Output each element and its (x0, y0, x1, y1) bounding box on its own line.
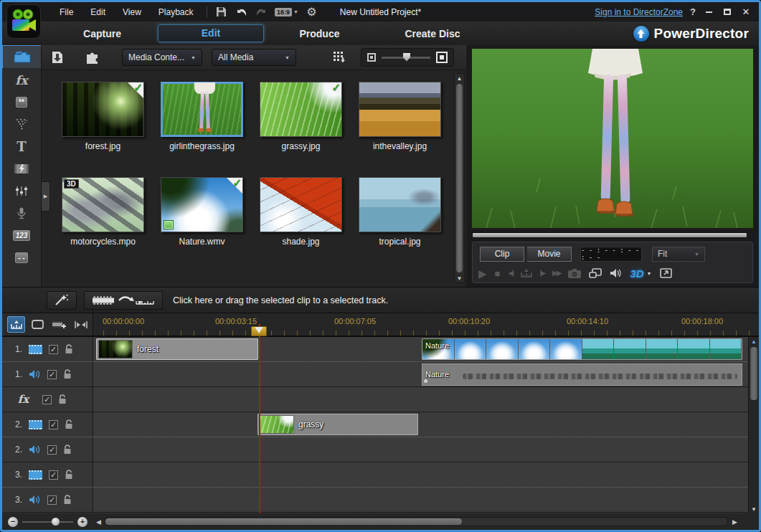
scroll-down-icon[interactable]: ▼ (749, 505, 759, 513)
timeline-horizontal-scrollbar[interactable] (104, 517, 728, 526)
track-enable-checkbox[interactable]: ✓ (42, 395, 52, 404)
library-scrollbar[interactable]: ▲ ▼ (454, 73, 465, 283)
menu-view[interactable]: View (114, 7, 150, 17)
undock-preview-button[interactable] (660, 268, 672, 278)
sidebar-item-effect-room[interactable]: fx (2, 69, 41, 91)
media-thumbnail[interactable] (359, 82, 441, 137)
zoom-out-button[interactable]: − (8, 517, 18, 527)
sidebar-item-audio-mixing-room[interactable] (2, 180, 41, 202)
lock-icon[interactable] (63, 495, 72, 505)
sidebar-item-pip-objects-room[interactable]: ** (2, 91, 41, 113)
playhead-line[interactable] (259, 324, 260, 513)
storyboard-view-button[interactable] (29, 316, 47, 333)
scroll-left-icon[interactable]: ◀ (93, 518, 104, 526)
lock-icon[interactable] (65, 419, 73, 429)
library-flyout-handle[interactable]: ▶ (42, 181, 50, 212)
timecode-display[interactable]: - - : - - : - - : - - (580, 247, 642, 262)
undo-button[interactable] (233, 5, 250, 19)
magic-tools-button[interactable] (47, 291, 77, 310)
timeline-view-button[interactable] (7, 316, 25, 333)
zoom-large-icon[interactable] (436, 52, 448, 63)
track-lane[interactable]: grassy (93, 412, 759, 437)
sidebar-item-title-room[interactable]: T (2, 136, 41, 158)
media-thumbnail[interactable]: ✓ (260, 82, 342, 137)
lock-icon[interactable] (63, 369, 72, 379)
stop-button[interactable]: ■ (495, 269, 501, 278)
media-thumbnail[interactable] (359, 177, 441, 232)
snapshot-camera-button[interactable] (568, 269, 581, 278)
settings-gear-button[interactable]: ⚙ (303, 5, 321, 19)
track-enable-checkbox[interactable]: ✓ (49, 345, 58, 354)
timeline-vertical-scrollbar[interactable]: ▲ ▼ (748, 337, 759, 513)
aspect-ratio-button[interactable]: 16:9 ▼ (273, 5, 301, 19)
fast-forward-button[interactable]: ▶▶ (552, 270, 560, 277)
plugin-puzzle-button[interactable] (83, 50, 100, 65)
volume-button[interactable] (610, 268, 622, 278)
insert-to-timeline-button[interactable] (84, 291, 163, 310)
track-lane[interactable] (93, 387, 759, 412)
sidebar-item-media-room[interactable] (2, 45, 41, 69)
media-item[interactable]: 3D motorcycles.mpo (62, 177, 144, 247)
media-thumbnail[interactable]: 3D (62, 177, 144, 232)
timeline-ruler[interactable]: 00:00:00:00 00:00:03:15 00:00:07:05 00:0… (93, 313, 759, 336)
media-item[interactable]: ✓ grassy.jpg (260, 82, 342, 151)
menu-playback[interactable]: Playback (150, 7, 202, 17)
track-lane[interactable] (93, 437, 759, 462)
scroll-up-icon[interactable]: ▲ (455, 74, 464, 82)
track-enable-checkbox[interactable]: ✓ (47, 370, 57, 379)
track-enable-checkbox[interactable]: ✓ (47, 495, 57, 505)
media-thumbnail[interactable]: ✓ (161, 177, 243, 232)
help-button[interactable]: ? (690, 6, 696, 17)
horizontal-scrollbar-thumb[interactable] (105, 518, 462, 525)
sidebar-item-transition-room[interactable] (2, 158, 41, 180)
media-filter-dropdown[interactable]: All Media ▼ (212, 49, 296, 66)
3d-dropdown-icon[interactable]: ▼ (647, 271, 652, 276)
timeline-zoom-slider[interactable] (22, 521, 73, 523)
media-item[interactable]: ✓ forest.jpg (62, 82, 144, 151)
minimize-button[interactable] (703, 7, 714, 17)
dual-preview-button[interactable] (589, 268, 602, 278)
clip-mode-button[interactable]: Clip (480, 247, 524, 262)
timeline-clip-nature-audio[interactable]: Nature (422, 364, 742, 386)
sidebar-item-particle-room[interactable] (2, 113, 41, 136)
redo-button[interactable] (253, 5, 270, 19)
track-enable-checkbox[interactable]: ✓ (49, 420, 58, 429)
scroll-down-icon[interactable]: ▼ (455, 274, 464, 282)
media-item[interactable]: ✓ Nature.wmv (161, 177, 243, 247)
play-button[interactable]: ▶ (478, 268, 487, 279)
track-manager-button[interactable] (50, 316, 68, 333)
fade-handle[interactable] (424, 379, 427, 383)
media-content-dropdown[interactable]: Media Conte... ▼ (122, 49, 202, 66)
maximize-button[interactable] (722, 7, 733, 17)
scroll-right-icon[interactable]: ▶ (729, 518, 740, 526)
lock-icon[interactable] (63, 445, 72, 455)
3d-mode-button[interactable]: 3D (630, 267, 643, 280)
sidebar-item-voiceover-room[interactable] (2, 202, 41, 224)
media-thumbnail[interactable]: ✓ (62, 82, 144, 137)
track-lane[interactable] (93, 488, 759, 513)
tab-capture[interactable]: Capture (47, 28, 158, 39)
import-media-button[interactable] (49, 50, 66, 65)
seek-marker-button[interactable] (521, 269, 532, 277)
track-lane[interactable]: Nature (93, 362, 759, 387)
menu-file[interactable]: File (51, 7, 82, 17)
track-lane[interactable] (93, 462, 759, 488)
media-item[interactable]: girlinthegrass.jpg (161, 82, 243, 151)
tab-edit[interactable]: Edit (158, 24, 264, 42)
zoom-in-button[interactable]: + (77, 517, 88, 527)
zoom-small-icon[interactable] (367, 53, 376, 62)
zoom-slider-handle[interactable] (403, 53, 410, 62)
track-enable-checkbox[interactable]: ✓ (49, 470, 58, 480)
sidebar-item-subtitle-room[interactable]: - - (2, 247, 41, 269)
library-scrollbar-thumb[interactable] (456, 84, 463, 272)
tab-create-disc[interactable]: Create Disc (375, 28, 490, 39)
lock-icon[interactable] (65, 470, 73, 480)
timeline-clip-grassy[interactable]: grassy (257, 414, 418, 435)
media-thumbnail-selected[interactable] (161, 82, 243, 137)
playhead-marker[interactable] (251, 326, 267, 336)
timeline-clip-nature-video[interactable]: Nature (422, 338, 742, 360)
movie-mode-button[interactable]: Movie (527, 247, 572, 262)
previous-frame-button[interactable]: ◀| (508, 270, 512, 277)
timeline-clip-forest[interactable]: forest (96, 338, 258, 360)
track-enable-checkbox[interactable]: ✓ (47, 445, 57, 455)
